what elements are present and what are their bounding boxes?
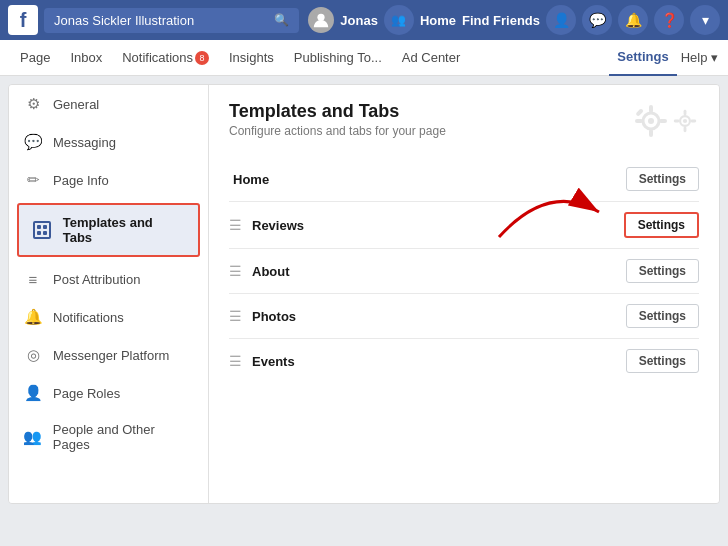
facebook-logo: f	[8, 5, 38, 35]
drag-handle-icon: ☰	[229, 308, 242, 324]
friends-icon[interactable]: 👥	[384, 5, 414, 35]
templates-tabs-panel: Templates and Tabs Configure actions and…	[209, 85, 719, 503]
search-icon: 🔍	[274, 13, 289, 27]
tab-row-reviews-wrapper: ☰ Reviews Settings	[229, 202, 699, 249]
large-gear-icon	[631, 101, 671, 141]
nav-ad-center[interactable]: Ad Center	[392, 40, 471, 76]
sidebar-label-messaging: Messaging	[53, 135, 116, 150]
nav-right-group: Settings Help ▾	[609, 40, 718, 76]
svg-rect-6	[659, 119, 667, 123]
sidebar-item-post-attribution[interactable]: ≡ Post Attribution	[9, 261, 208, 298]
sidebar-item-people-other[interactable]: 👥 People and Other Pages	[9, 412, 208, 462]
tab-reviews-settings-button[interactable]: Settings	[624, 212, 699, 238]
panel-header-text: Templates and Tabs Configure actions and…	[229, 101, 446, 138]
user-name-label[interactable]: Jonas	[340, 13, 378, 28]
tab-home-label: Home	[229, 172, 269, 187]
nav-settings-button[interactable]: Settings	[609, 40, 676, 76]
help-icon[interactable]: ❓	[654, 5, 684, 35]
gear-icons-decoration	[631, 101, 699, 141]
page-name-search-box[interactable]: Jonas Sickler Illustration 🔍	[44, 8, 299, 33]
svg-point-9	[683, 119, 687, 123]
sidebar-item-notifications[interactable]: 🔔 Notifications	[9, 298, 208, 336]
grid-icon	[33, 221, 53, 239]
nav-inbox-label: Inbox	[70, 50, 102, 65]
tab-row-reviews: ☰ Reviews Settings	[229, 202, 699, 249]
nav-insights[interactable]: Insights	[219, 40, 284, 76]
tab-events-settings-button[interactable]: Settings	[626, 349, 699, 373]
post-attribution-icon: ≡	[23, 271, 43, 288]
tab-about-label: About	[252, 264, 290, 279]
drag-handle-icon: ☰	[229, 217, 242, 233]
gear-icon: ⚙	[23, 95, 43, 113]
sidebar-item-general[interactable]: ⚙ General	[9, 85, 208, 123]
account-menu-icon[interactable]: ▾	[690, 5, 720, 35]
messenger-icon: ◎	[23, 346, 43, 364]
messages-icon[interactable]: 💬	[582, 5, 612, 35]
sidebar-item-page-roles[interactable]: 👤 Page Roles	[9, 374, 208, 412]
top-right-nav: Jonas 👥 Home Find Friends 👤 💬 🔔 ❓ ▾	[308, 5, 720, 35]
nav-notifications[interactable]: Notifications 8	[112, 40, 219, 76]
sidebar-active-wrapper: Templates and Tabs	[9, 199, 208, 261]
svg-point-2	[648, 118, 654, 124]
pencil-icon: ✏	[23, 171, 43, 189]
panel-header: Templates and Tabs Configure actions and…	[229, 101, 699, 141]
nav-inbox[interactable]: Inbox	[60, 40, 112, 76]
notifications-icon[interactable]: 🔔	[618, 5, 648, 35]
panel-subtitle: Configure actions and tabs for your page	[229, 124, 446, 138]
tab-reviews-label: Reviews	[252, 218, 304, 233]
nav-help-button[interactable]: Help ▾	[681, 50, 718, 65]
tab-about-settings-button[interactable]: Settings	[626, 259, 699, 283]
nav-publishing-label: Publishing To...	[294, 50, 382, 65]
top-navigation-bar: f Jonas Sickler Illustration 🔍 Jonas 👥 H…	[0, 0, 728, 40]
nav-publishing[interactable]: Publishing To...	[284, 40, 392, 76]
nav-page-label: Page	[20, 50, 50, 65]
sidebar-label-messenger-platform: Messenger Platform	[53, 348, 169, 363]
svg-rect-4	[649, 129, 653, 137]
nav-notifications-label: Notifications	[122, 50, 193, 65]
tab-row-photos: ☰ Photos Settings	[229, 294, 699, 339]
tab-row-about: ☰ About Settings	[229, 249, 699, 294]
sidebar-label-page-info: Page Info	[53, 173, 109, 188]
sidebar-item-templates-tabs[interactable]: Templates and Tabs	[17, 203, 200, 257]
nav-insights-label: Insights	[229, 50, 274, 65]
tab-row-events: ☰ Events Settings	[229, 339, 699, 383]
people-icon: 👥	[23, 428, 43, 446]
secondary-navigation: Page Inbox Notifications 8 Insights Publ…	[0, 40, 728, 76]
sidebar-label-general: General	[53, 97, 99, 112]
main-content-area: ⚙ General 💬 Messaging ✏ Page Info Templa…	[8, 84, 720, 504]
tab-events-left: ☰ Events	[229, 353, 295, 369]
tab-photos-label: Photos	[252, 309, 296, 324]
settings-sidebar: ⚙ General 💬 Messaging ✏ Page Info Templa…	[9, 85, 209, 503]
nav-page[interactable]: Page	[10, 40, 60, 76]
tab-row-home: Home Settings	[229, 157, 699, 202]
svg-point-0	[318, 14, 325, 21]
friend-requests-icon[interactable]: 👤	[546, 5, 576, 35]
svg-rect-7	[635, 108, 643, 116]
notifications-sidebar-icon: 🔔	[23, 308, 43, 326]
nav-ad-center-label: Ad Center	[402, 50, 461, 65]
user-icon: 👤	[23, 384, 43, 402]
user-avatar[interactable]	[308, 7, 334, 33]
find-friends-link[interactable]: Find Friends	[462, 13, 540, 28]
page-name-label: Jonas Sickler Illustration	[54, 13, 194, 28]
home-nav-link[interactable]: Home	[420, 13, 456, 28]
sidebar-label-people-other: People and Other Pages	[53, 422, 194, 452]
tab-about-left: ☰ About	[229, 263, 290, 279]
tab-home-settings-button[interactable]: Settings	[626, 167, 699, 191]
notifications-badge: 8	[195, 51, 209, 65]
drag-handle-icon: ☰	[229, 353, 242, 369]
sidebar-label-page-roles: Page Roles	[53, 386, 120, 401]
sidebar-label-notifications: Notifications	[53, 310, 124, 325]
sidebar-item-page-info[interactable]: ✏ Page Info	[9, 161, 208, 199]
svg-rect-13	[691, 120, 697, 123]
grid-box-icon	[33, 221, 51, 239]
messaging-icon: 💬	[23, 133, 43, 151]
sidebar-item-messenger-platform[interactable]: ◎ Messenger Platform	[9, 336, 208, 374]
sidebar-item-messaging[interactable]: 💬 Messaging	[9, 123, 208, 161]
tab-photos-settings-button[interactable]: Settings	[626, 304, 699, 328]
tab-photos-left: ☰ Photos	[229, 308, 296, 324]
svg-rect-11	[684, 127, 687, 133]
sidebar-label-post-attribution: Post Attribution	[53, 272, 140, 287]
sidebar-label-templates-tabs: Templates and Tabs	[63, 215, 184, 245]
svg-rect-3	[649, 105, 653, 113]
